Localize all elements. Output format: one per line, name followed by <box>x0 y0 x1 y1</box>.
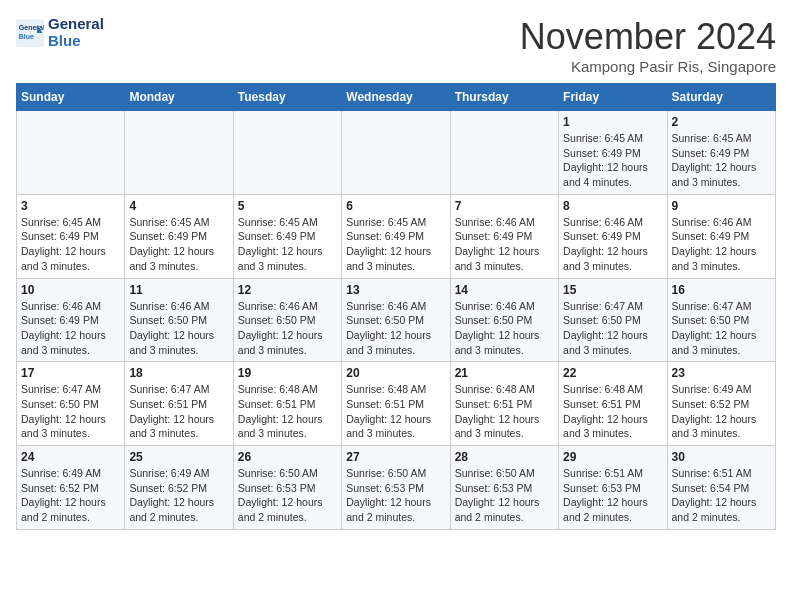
day-details: Sunrise: 6:45 AM Sunset: 6:49 PM Dayligh… <box>21 215 120 274</box>
calendar-cell: 5Sunrise: 6:45 AM Sunset: 6:49 PM Daylig… <box>233 194 341 278</box>
day-number: 4 <box>129 199 228 213</box>
calendar-cell: 28Sunrise: 6:50 AM Sunset: 6:53 PM Dayli… <box>450 446 558 530</box>
calendar-cell <box>233 111 341 195</box>
day-details: Sunrise: 6:45 AM Sunset: 6:49 PM Dayligh… <box>672 131 771 190</box>
weekday-header: Monday <box>125 84 233 111</box>
day-details: Sunrise: 6:46 AM Sunset: 6:50 PM Dayligh… <box>238 299 337 358</box>
day-details: Sunrise: 6:47 AM Sunset: 6:50 PM Dayligh… <box>21 382 120 441</box>
day-number: 29 <box>563 450 662 464</box>
day-number: 27 <box>346 450 445 464</box>
logo-line1: General <box>48 16 104 33</box>
header: General Blue General Blue November 2024 … <box>16 16 776 75</box>
day-details: Sunrise: 6:46 AM Sunset: 6:49 PM Dayligh… <box>21 299 120 358</box>
weekday-header: Wednesday <box>342 84 450 111</box>
day-details: Sunrise: 6:51 AM Sunset: 6:54 PM Dayligh… <box>672 466 771 525</box>
calendar-cell: 12Sunrise: 6:46 AM Sunset: 6:50 PM Dayli… <box>233 278 341 362</box>
weekday-header: Friday <box>559 84 667 111</box>
day-details: Sunrise: 6:48 AM Sunset: 6:51 PM Dayligh… <box>455 382 554 441</box>
logo-icon: General Blue <box>16 19 44 47</box>
day-details: Sunrise: 6:46 AM Sunset: 6:49 PM Dayligh… <box>455 215 554 274</box>
day-details: Sunrise: 6:45 AM Sunset: 6:49 PM Dayligh… <box>238 215 337 274</box>
day-details: Sunrise: 6:47 AM Sunset: 6:50 PM Dayligh… <box>672 299 771 358</box>
day-details: Sunrise: 6:51 AM Sunset: 6:53 PM Dayligh… <box>563 466 662 525</box>
day-number: 3 <box>21 199 120 213</box>
day-number: 9 <box>672 199 771 213</box>
logo: General Blue General Blue <box>16 16 104 49</box>
day-details: Sunrise: 6:47 AM Sunset: 6:50 PM Dayligh… <box>563 299 662 358</box>
weekday-header: Tuesday <box>233 84 341 111</box>
calendar-cell: 26Sunrise: 6:50 AM Sunset: 6:53 PM Dayli… <box>233 446 341 530</box>
calendar-cell: 9Sunrise: 6:46 AM Sunset: 6:49 PM Daylig… <box>667 194 775 278</box>
calendar-week-row: 10Sunrise: 6:46 AM Sunset: 6:49 PM Dayli… <box>17 278 776 362</box>
weekday-header: Saturday <box>667 84 775 111</box>
day-number: 1 <box>563 115 662 129</box>
day-number: 17 <box>21 366 120 380</box>
day-number: 11 <box>129 283 228 297</box>
day-number: 10 <box>21 283 120 297</box>
calendar-header-row: SundayMondayTuesdayWednesdayThursdayFrid… <box>17 84 776 111</box>
calendar-cell: 6Sunrise: 6:45 AM Sunset: 6:49 PM Daylig… <box>342 194 450 278</box>
calendar-cell: 8Sunrise: 6:46 AM Sunset: 6:49 PM Daylig… <box>559 194 667 278</box>
day-details: Sunrise: 6:49 AM Sunset: 6:52 PM Dayligh… <box>129 466 228 525</box>
day-number: 5 <box>238 199 337 213</box>
day-number: 21 <box>455 366 554 380</box>
calendar-cell <box>125 111 233 195</box>
calendar-table: SundayMondayTuesdayWednesdayThursdayFrid… <box>16 83 776 530</box>
weekday-header: Thursday <box>450 84 558 111</box>
day-number: 25 <box>129 450 228 464</box>
calendar-week-row: 24Sunrise: 6:49 AM Sunset: 6:52 PM Dayli… <box>17 446 776 530</box>
day-number: 6 <box>346 199 445 213</box>
weekday-header: Sunday <box>17 84 125 111</box>
calendar-body: 1Sunrise: 6:45 AM Sunset: 6:49 PM Daylig… <box>17 111 776 530</box>
day-number: 26 <box>238 450 337 464</box>
day-number: 13 <box>346 283 445 297</box>
day-number: 12 <box>238 283 337 297</box>
svg-text:Blue: Blue <box>19 32 34 39</box>
calendar-cell: 30Sunrise: 6:51 AM Sunset: 6:54 PM Dayli… <box>667 446 775 530</box>
day-number: 2 <box>672 115 771 129</box>
title-area: November 2024 Kampong Pasir Ris, Singapo… <box>520 16 776 75</box>
calendar-cell: 24Sunrise: 6:49 AM Sunset: 6:52 PM Dayli… <box>17 446 125 530</box>
day-details: Sunrise: 6:50 AM Sunset: 6:53 PM Dayligh… <box>455 466 554 525</box>
month-title: November 2024 <box>520 16 776 58</box>
calendar-cell: 13Sunrise: 6:46 AM Sunset: 6:50 PM Dayli… <box>342 278 450 362</box>
calendar-cell: 3Sunrise: 6:45 AM Sunset: 6:49 PM Daylig… <box>17 194 125 278</box>
calendar-cell: 15Sunrise: 6:47 AM Sunset: 6:50 PM Dayli… <box>559 278 667 362</box>
calendar-cell: 11Sunrise: 6:46 AM Sunset: 6:50 PM Dayli… <box>125 278 233 362</box>
calendar-cell: 10Sunrise: 6:46 AM Sunset: 6:49 PM Dayli… <box>17 278 125 362</box>
day-number: 7 <box>455 199 554 213</box>
calendar-cell: 20Sunrise: 6:48 AM Sunset: 6:51 PM Dayli… <box>342 362 450 446</box>
day-details: Sunrise: 6:46 AM Sunset: 6:49 PM Dayligh… <box>672 215 771 274</box>
calendar-cell: 14Sunrise: 6:46 AM Sunset: 6:50 PM Dayli… <box>450 278 558 362</box>
day-details: Sunrise: 6:45 AM Sunset: 6:49 PM Dayligh… <box>346 215 445 274</box>
calendar-cell: 22Sunrise: 6:48 AM Sunset: 6:51 PM Dayli… <box>559 362 667 446</box>
day-details: Sunrise: 6:50 AM Sunset: 6:53 PM Dayligh… <box>238 466 337 525</box>
day-details: Sunrise: 6:46 AM Sunset: 6:49 PM Dayligh… <box>563 215 662 274</box>
location: Kampong Pasir Ris, Singapore <box>520 58 776 75</box>
day-number: 19 <box>238 366 337 380</box>
day-number: 18 <box>129 366 228 380</box>
day-details: Sunrise: 6:45 AM Sunset: 6:49 PM Dayligh… <box>129 215 228 274</box>
calendar-cell: 18Sunrise: 6:47 AM Sunset: 6:51 PM Dayli… <box>125 362 233 446</box>
calendar-week-row: 1Sunrise: 6:45 AM Sunset: 6:49 PM Daylig… <box>17 111 776 195</box>
day-number: 15 <box>563 283 662 297</box>
day-details: Sunrise: 6:47 AM Sunset: 6:51 PM Dayligh… <box>129 382 228 441</box>
day-details: Sunrise: 6:46 AM Sunset: 6:50 PM Dayligh… <box>129 299 228 358</box>
calendar-cell: 4Sunrise: 6:45 AM Sunset: 6:49 PM Daylig… <box>125 194 233 278</box>
day-details: Sunrise: 6:49 AM Sunset: 6:52 PM Dayligh… <box>21 466 120 525</box>
calendar-cell: 21Sunrise: 6:48 AM Sunset: 6:51 PM Dayli… <box>450 362 558 446</box>
calendar-cell <box>17 111 125 195</box>
day-number: 28 <box>455 450 554 464</box>
calendar-week-row: 3Sunrise: 6:45 AM Sunset: 6:49 PM Daylig… <box>17 194 776 278</box>
day-number: 23 <box>672 366 771 380</box>
calendar-cell: 7Sunrise: 6:46 AM Sunset: 6:49 PM Daylig… <box>450 194 558 278</box>
calendar-cell: 16Sunrise: 6:47 AM Sunset: 6:50 PM Dayli… <box>667 278 775 362</box>
day-number: 20 <box>346 366 445 380</box>
day-number: 24 <box>21 450 120 464</box>
day-number: 14 <box>455 283 554 297</box>
day-details: Sunrise: 6:49 AM Sunset: 6:52 PM Dayligh… <box>672 382 771 441</box>
logo-line2: Blue <box>48 33 104 50</box>
day-details: Sunrise: 6:50 AM Sunset: 6:53 PM Dayligh… <box>346 466 445 525</box>
calendar-cell: 17Sunrise: 6:47 AM Sunset: 6:50 PM Dayli… <box>17 362 125 446</box>
calendar-cell: 19Sunrise: 6:48 AM Sunset: 6:51 PM Dayli… <box>233 362 341 446</box>
